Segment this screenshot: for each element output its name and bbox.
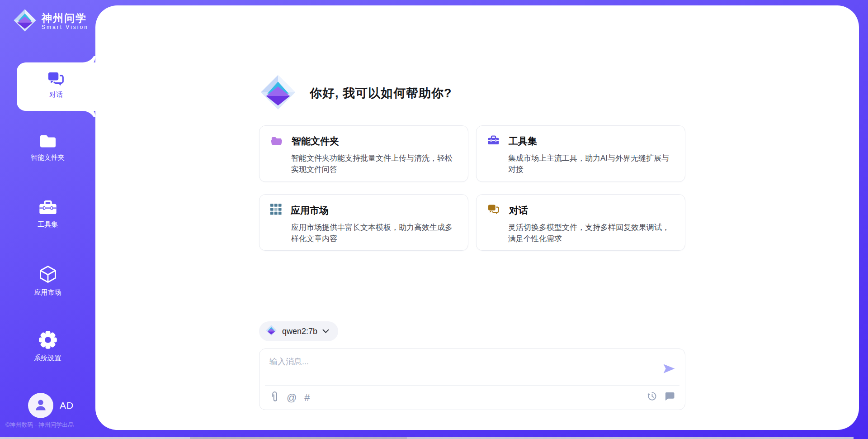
hashtag-icon: #	[304, 393, 310, 403]
card-smart-folder[interactable]: 智能文件夹 智能文件夹功能支持批量文件上传与清洗，轻松实现文件问答	[259, 125, 468, 182]
person-icon	[34, 398, 47, 413]
chat-bubble-icon	[665, 391, 675, 403]
mention-button[interactable]: @	[287, 393, 297, 403]
chevron-down-icon	[322, 327, 329, 335]
composer-divider	[265, 385, 679, 386]
brand-subtitle: Smart Vision	[42, 24, 89, 30]
card-toolset[interactable]: 工具集 集成市场上主流工具，助力AI与外界无缝扩展与对接	[476, 125, 685, 182]
attach-icon	[270, 391, 279, 404]
chat-icon	[17, 71, 95, 87]
sidebar: 神州问学 Smart Vision 对话 智能文件夹	[0, 0, 95, 439]
card-description: 应用市场提供丰富长文本模板，助力高效生成多样化文章内容	[291, 222, 457, 244]
sidebar-item-smart-folder[interactable]: 智能文件夹	[0, 133, 95, 162]
card-description: 集成市场上主流工具，助力AI与外界无缝扩展与对接	[508, 153, 674, 175]
avatar	[28, 393, 53, 418]
history-button[interactable]	[647, 391, 657, 403]
card-title: 智能文件夹	[292, 135, 339, 148]
model-selector[interactable]: qwen2:7b	[259, 321, 338, 341]
hashtag-button[interactable]: #	[304, 393, 310, 403]
card-title: 应用市场	[291, 204, 329, 217]
gear-icon	[0, 330, 95, 350]
message-composer: @ #	[259, 348, 685, 410]
attach-button[interactable]	[270, 391, 279, 404]
sidebar-item-label: 对话	[17, 91, 95, 99]
greeting-block: 你好, 我可以如何帮助你?	[259, 73, 452, 113]
toolbox-icon	[487, 135, 500, 148]
sidebar-item-settings[interactable]: 系统设置	[0, 330, 95, 363]
user-account[interactable]: AD	[28, 393, 74, 418]
brand-name: 神州问学	[42, 12, 89, 24]
folder-icon	[0, 133, 95, 149]
model-name: qwen2:7b	[282, 327, 317, 336]
cube-icon	[0, 264, 95, 284]
grid-icon	[270, 204, 282, 217]
card-title: 工具集	[509, 135, 537, 148]
card-app-market[interactable]: 应用市场 应用市场提供丰富长文本模板，助力高效生成多样化文章内容	[259, 194, 468, 251]
card-title: 对话	[509, 204, 528, 217]
card-description: 灵活切换多模型文件，支持多样回复效果调试，满足个性化需求	[508, 222, 674, 244]
brand-diamond-icon	[259, 73, 297, 113]
bottom-screen-edge	[0, 437, 854, 439]
chat-icon	[487, 204, 500, 217]
chat-bubble-button[interactable]	[665, 391, 675, 403]
user-name: AD	[60, 400, 74, 411]
sidebar-item-label: 工具集	[0, 220, 95, 229]
toolbox-icon	[0, 199, 95, 216]
message-input[interactable]	[269, 355, 655, 382]
card-description: 智能文件夹功能支持批量文件上传与清洗，轻松实现文件问答	[291, 153, 457, 175]
greeting-title: 你好, 我可以如何帮助你?	[310, 85, 452, 101]
brand-diamond-icon	[13, 8, 37, 34]
sidebar-item-label: 系统设置	[0, 354, 95, 363]
brand-text: 神州问学 Smart Vision	[42, 12, 89, 30]
brand: 神州问学 Smart Vision	[13, 8, 89, 34]
sidebar-item-label: 应用市场	[0, 288, 95, 297]
brand-diamond-icon	[265, 324, 277, 338]
sidebar-item-app-market[interactable]: 应用市场	[0, 264, 95, 297]
history-icon	[647, 391, 657, 403]
send-button[interactable]	[662, 363, 676, 376]
main-area: 你好, 我可以如何帮助你? 智能文件夹 智能文件夹功能支持批量文件上传与清洗，轻…	[95, 5, 859, 430]
card-chat[interactable]: 对话 灵活切换多模型文件，支持多样回复效果调试，满足个性化需求	[476, 194, 685, 251]
copyright-text: ©神州数码 · 神州问学出品	[5, 421, 74, 429]
sidebar-item-toolset[interactable]: 工具集	[0, 199, 95, 229]
folder-open-icon	[270, 135, 283, 148]
sidebar-item-chat[interactable]: 对话	[17, 62, 95, 111]
sidebar-item-label: 智能文件夹	[0, 153, 95, 162]
mention-icon: @	[287, 393, 297, 403]
feature-cards: 智能文件夹 智能文件夹功能支持批量文件上传与清洗，轻松实现文件问答	[259, 125, 685, 251]
